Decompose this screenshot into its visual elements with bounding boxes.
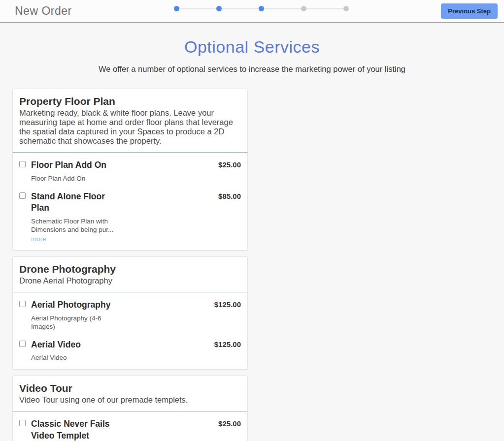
step-connector [179, 8, 216, 9]
progress-stepper [174, 6, 349, 11]
option-text: Aerial Video Aerial Video [31, 339, 122, 363]
service-card-description: Marketing ready, black & white floor pla… [19, 108, 241, 146]
service-card-title: Drone Photography [19, 263, 241, 275]
service-option-row: Aerial Video Aerial Video $125.00 [13, 334, 247, 366]
service-card-header: Drone Photography Drone Aerial Photograp… [13, 257, 247, 292]
option-description: Aerial Photography (4-6 Images) [31, 315, 122, 331]
optional-services-subtitle: We offer a number of optional services t… [0, 64, 504, 74]
step-connector [222, 8, 259, 9]
service-option-row: Stand Alone Floor Plan Schematic Floor P… [13, 186, 247, 247]
option-title: Floor Plan Add On [31, 159, 122, 171]
option-text: Aerial Photography Aerial Photography (4… [31, 299, 122, 331]
option-price: $85.00 [218, 191, 241, 200]
option-text: Classic Never Fails Video Templet Video … [31, 418, 122, 441]
optional-services-heading: Optional Services [0, 37, 504, 57]
service-options: Floor Plan Add On Floor Plan Add On $25.… [13, 153, 247, 250]
service-card-header: Property Floor Plan Marketing ready, bla… [13, 89, 247, 153]
option-title: Stand Alone Floor Plan [31, 191, 122, 214]
step-dot [216, 6, 222, 11]
service-option-row: Classic Never Fails Video Templet Video … [13, 413, 247, 441]
intro-section: Optional Services We offer a number of o… [0, 37, 504, 74]
service-option-row: Aerial Photography Aerial Photography (4… [13, 294, 247, 334]
service-card: Property Floor Plan Marketing ready, bla… [12, 89, 248, 251]
top-bar: New Order Previous Step [0, 0, 504, 23]
option-description: Aerial Video [31, 354, 122, 362]
service-option-row: Floor Plan Add On Floor Plan Add On $25.… [13, 155, 247, 186]
option-checkbox[interactable] [19, 192, 26, 199]
step-dot [259, 6, 264, 11]
step-connector [306, 8, 343, 9]
service-options: Classic Never Fails Video Templet Video … [13, 411, 247, 441]
option-description: Schematic Floor Plan with Dimensions and… [31, 218, 122, 234]
option-text: Stand Alone Floor Plan Schematic Floor P… [31, 191, 122, 244]
service-card-header: Video Tour Video Tour using one of our p… [13, 376, 247, 411]
option-title: Classic Never Fails Video Templet [31, 418, 122, 441]
option-price: $25.00 [218, 159, 241, 169]
option-checkbox[interactable] [19, 301, 26, 307]
service-card: Drone Photography Drone Aerial Photograp… [12, 256, 248, 370]
more-link[interactable]: more [31, 235, 46, 244]
service-card-title: Video Tour [19, 382, 241, 394]
option-checkbox[interactable] [19, 161, 26, 167]
service-card: Video Tour Video Tour using one of our p… [12, 376, 248, 441]
page-title: New Order [15, 4, 72, 18]
option-description: Floor Plan Add On [31, 175, 122, 183]
option-text: Floor Plan Add On Floor Plan Add On [31, 159, 122, 183]
services-list: Property Floor Plan Marketing ready, bla… [12, 89, 248, 441]
previous-step-button[interactable]: Previous Step [441, 3, 498, 19]
option-price: $125.00 [214, 339, 241, 348]
step-dot [343, 6, 349, 11]
option-checkbox[interactable] [19, 341, 26, 347]
option-title: Aerial Photography [31, 299, 122, 311]
service-card-title: Property Floor Plan [19, 95, 241, 107]
service-card-description: Video Tour using one of our premade temp… [19, 395, 241, 405]
step-dot [301, 6, 306, 11]
option-checkbox[interactable] [19, 420, 26, 426]
step-connector [264, 8, 301, 9]
service-options: Aerial Photography Aerial Photography (4… [13, 292, 247, 369]
step-dot [174, 6, 179, 11]
option-price: $125.00 [214, 299, 241, 309]
option-title: Aerial Video [31, 339, 122, 351]
service-card-description: Drone Aerial Photography [19, 276, 241, 285]
option-price: $25.00 [218, 418, 241, 428]
